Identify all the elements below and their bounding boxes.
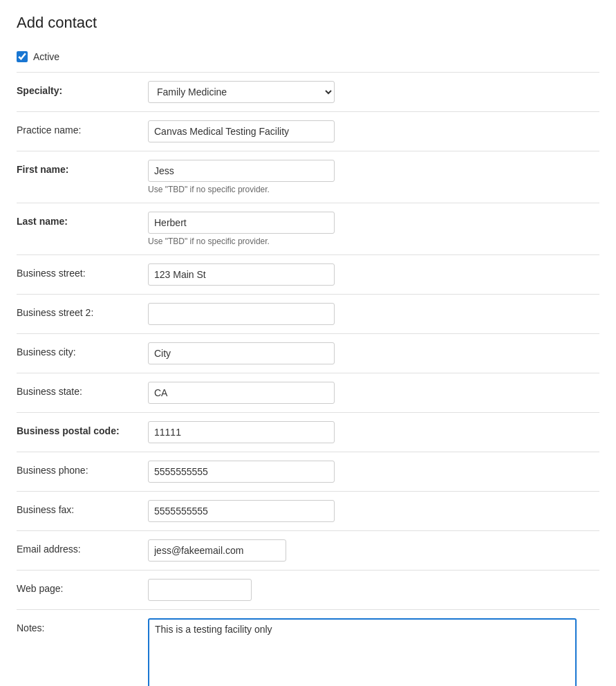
active-row: Active [17,46,599,73]
active-checkbox[interactable] [17,51,28,62]
business-city-input[interactable] [148,342,335,364]
webpage-row: Web page: [17,571,599,610]
practice-name-input[interactable] [148,120,335,142]
specialty-label: Specialty: [17,81,148,96]
business-street2-row: Business street 2: [17,295,599,334]
active-label: Active [33,51,59,62]
practice-name-label: Practice name: [17,120,148,136]
business-postal-label: Business postal code: [17,421,148,436]
business-street2-input[interactable] [148,303,335,325]
business-street2-label: Business street 2: [17,303,148,318]
notes-textarea[interactable]: This is a testing facility only [148,618,577,686]
business-street-input[interactable] [148,263,335,286]
last-name-hint: Use "TBD" if no specific provider. [148,237,599,246]
first-name-label: First name: [17,160,148,175]
business-street-label: Business street: [17,263,148,279]
business-postal-field [148,421,599,443]
business-phone-row: Business phone: [17,452,599,492]
practice-name-row: Practice name: [17,112,599,151]
business-state-field [148,382,599,404]
first-name-hint: Use "TBD" if no specific provider. [148,185,599,194]
first-name-field: Use "TBD" if no specific provider. [148,160,599,194]
business-state-input[interactable] [148,382,335,404]
business-city-field [148,342,599,364]
business-fax-label: Business fax: [17,500,148,515]
last-name-label: Last name: [17,212,148,227]
specialty-select[interactable]: Family Medicine Internal Medicine Pediat… [148,81,335,103]
webpage-field [148,579,599,601]
business-postal-input[interactable] [148,421,335,443]
business-phone-input[interactable] [148,461,335,483]
notes-label: Notes: [17,618,148,633]
email-field [148,539,599,562]
webpage-input[interactable] [148,579,252,601]
business-phone-label: Business phone: [17,461,148,476]
specialty-field: Family Medicine Internal Medicine Pediat… [148,81,599,103]
email-row: Email address: [17,531,599,571]
last-name-field: Use "TBD" if no specific provider. [148,212,599,246]
specialty-row: Specialty: Family Medicine Internal Medi… [17,73,599,112]
business-city-row: Business city: [17,334,599,373]
last-name-row: Last name: Use "TBD" if no specific prov… [17,203,599,255]
business-street-field [148,263,599,286]
page-title: Add contact [17,14,599,32]
email-label: Email address: [17,539,148,555]
business-fax-input[interactable] [148,500,335,522]
business-fax-row: Business fax: [17,492,599,531]
last-name-input[interactable] [148,212,335,234]
business-street2-field [148,303,599,325]
business-street-row: Business street: [17,255,599,295]
practice-name-field [148,120,599,142]
business-postal-row: Business postal code: [17,413,599,452]
notes-field: This is a testing facility only Notes ar… [148,618,599,686]
email-input[interactable] [148,539,286,562]
business-state-row: Business state: [17,373,599,413]
business-state-label: Business state: [17,382,148,397]
business-city-label: Business city: [17,342,148,358]
notes-row: Notes: This is a testing facility only N… [17,610,599,686]
webpage-label: Web page: [17,579,148,594]
business-phone-field [148,461,599,483]
first-name-input[interactable] [148,160,335,182]
business-fax-field [148,500,599,522]
first-name-row: First name: Use "TBD" if no specific pro… [17,151,599,203]
